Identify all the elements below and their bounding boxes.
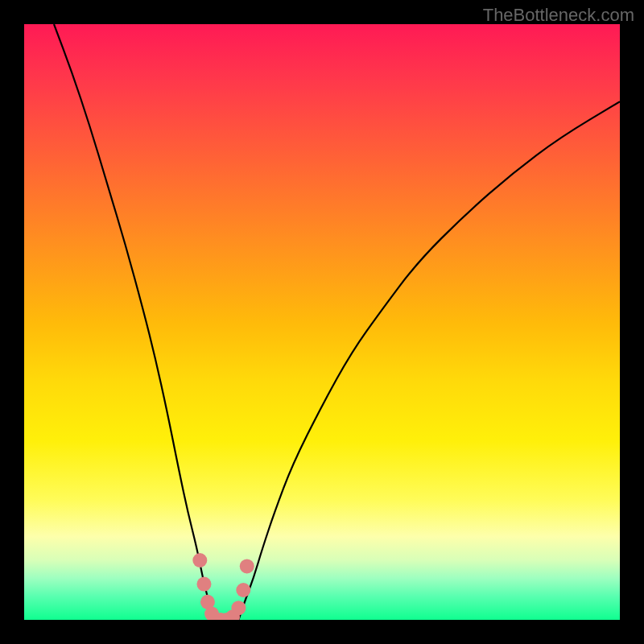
- highlight-dot: [240, 559, 254, 573]
- left-curve-path: [54, 24, 213, 620]
- highlight-dot: [196, 577, 211, 592]
- highlight-dot: [192, 553, 207, 568]
- right-curve-path: [238, 101, 620, 620]
- curve-layer: [24, 24, 620, 620]
- highlight-dots: [192, 553, 254, 620]
- plot-area: [24, 24, 620, 620]
- watermark-label: TheBottleneck.com: [483, 5, 634, 26]
- highlight-dot: [236, 583, 250, 597]
- chart-container: TheBottleneck.com: [0, 0, 644, 644]
- highlight-dot: [231, 601, 246, 615]
